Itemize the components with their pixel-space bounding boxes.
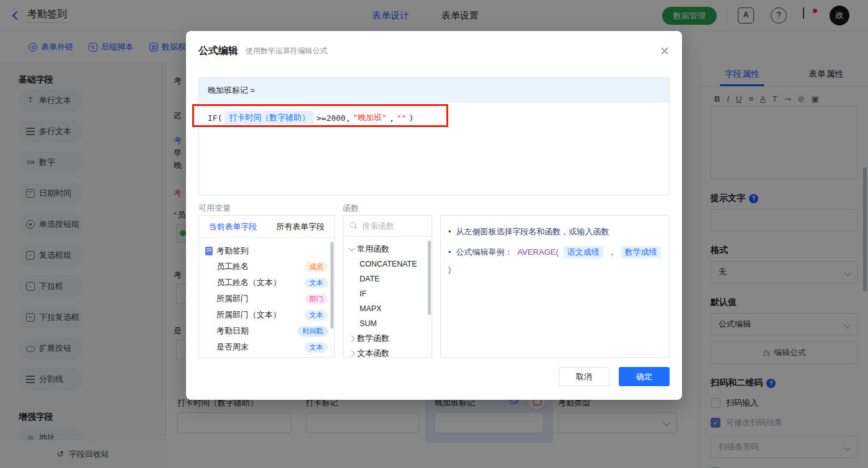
variables-tabs: 当前表单字段 所有表单字段 — [199, 216, 334, 238]
variables-panel: 当前表单字段 所有表单字段 考勤签到 员工姓名 成员 员工姓名（文本） 文本 所… — [198, 215, 335, 358]
functions-tree: 常用函数 CONCATENATE DATE IF MAPX SUM 数学函数 文… — [343, 237, 432, 358]
functions-label: 函数 — [343, 203, 359, 214]
type-badge: 成员 — [304, 262, 328, 272]
functions-panel: 搜索函数 常用函数 CONCATENATE DATE IF MAPX SUM 数… — [343, 215, 432, 358]
formula-input[interactable]: IF( 打卡时间（数字辅助） >=2000,"晚加班","") — [199, 103, 669, 133]
formula-comma: , — [389, 113, 394, 123]
app: 考勤签到 表单设计 表单设置 数据管理 A ? 政 ⊘ 表单外链 ↯ 后端脚本 … — [0, 0, 868, 468]
variables-tree: 考勤签到 员工姓名 成员 员工姓名（文本） 文本 所属部门 部门 所属部门（文本… — [199, 238, 334, 358]
example-field-chip: 数学成绩 — [621, 246, 661, 258]
formula-editor-modal: 公式编辑 使用数学运算符编辑公式 ✕ 晚加班标记 = IF( 打卡时间（数字辅助… — [186, 31, 682, 400]
search-icon — [350, 222, 358, 230]
variable-row[interactable]: 员工姓名 成员 — [205, 258, 328, 275]
function-group-text[interactable]: 文本函数 — [350, 346, 425, 358]
type-badge: 部门 — [304, 294, 328, 304]
type-badge: 文本 — [304, 278, 328, 288]
tab-current-form-fields[interactable]: 当前表单字段 — [199, 216, 267, 237]
formula-string-false: "" — [397, 113, 407, 123]
tree-root-form[interactable]: 考勤签到 — [205, 243, 328, 258]
help-line-2: • 公式编辑举例： AVERAGE( 语文成绩 ， 数学成绩 ) — [448, 246, 664, 276]
formula-condition: >=2000, — [316, 113, 350, 123]
variable-row[interactable]: 员工姓名（文本） 文本 — [205, 275, 328, 291]
close-icon[interactable]: ✕ — [660, 45, 670, 57]
help-line-1: • 从左侧面板选择字段名和函数，或输入函数 — [448, 226, 664, 238]
help-panel: • 从左侧面板选择字段名和函数，或输入函数 • 公式编辑举例： AVERAGE(… — [440, 215, 670, 358]
formula-field-token[interactable]: 打卡时间（数字辅助） — [224, 111, 314, 125]
search-placeholder: 搜索函数 — [362, 221, 394, 232]
function-item[interactable]: DATE — [350, 272, 425, 286]
function-item[interactable]: SUM — [350, 316, 425, 331]
variable-row[interactable]: 考勤日期 时间戳 — [205, 323, 328, 339]
scrollbar-thumb[interactable] — [330, 242, 334, 329]
formula-string-true: "晚加班" — [353, 112, 387, 123]
function-group-math[interactable]: 数学函数 — [350, 331, 425, 346]
variable-row[interactable]: 所属部门 部门 — [205, 291, 328, 307]
function-item[interactable]: IF — [350, 286, 425, 301]
function-item[interactable]: MAPX — [350, 301, 425, 316]
variables-label: 可用变量 — [198, 203, 231, 214]
modal-header: 公式编辑 使用数学运算符编辑公式 ✕ — [186, 31, 682, 58]
variable-row[interactable]: 是否周末 文本 — [205, 339, 328, 355]
example-field-chip: 语文成绩 — [564, 246, 603, 258]
confirm-button[interactable]: 确定 — [619, 367, 670, 386]
chevron-right-icon — [349, 335, 355, 342]
formula-close: ) — [409, 113, 414, 123]
chevron-right-icon — [349, 350, 355, 356]
form-icon — [205, 247, 213, 255]
function-item[interactable]: CONCATENATE — [350, 257, 425, 272]
modal-title: 公式编辑 — [198, 45, 238, 58]
chevron-down-icon — [349, 245, 355, 252]
modal-footer: 取消 确定 — [559, 367, 670, 386]
formula-fn: IF( — [208, 113, 222, 123]
cancel-button[interactable]: 取消 — [559, 367, 609, 386]
modal-subtitle: 使用数学运算符编辑公式 — [246, 46, 327, 56]
formula-editor: 晚加班标记 = IF( 打卡时间（数字辅助） >=2000,"晚加班","") — [198, 77, 670, 195]
scrollbar-thumb[interactable] — [428, 241, 431, 315]
type-badge: 文本 — [304, 342, 328, 353]
example-close: ) — [448, 263, 451, 276]
example-fn: AVERAGE( — [518, 246, 559, 258]
tab-all-form-fields[interactable]: 所有表单字段 — [267, 216, 334, 237]
type-badge: 文本 — [304, 310, 328, 320]
type-badge: 时间戳 — [298, 326, 328, 337]
formula-target: 晚加班标记 = — [199, 78, 669, 103]
function-search[interactable]: 搜索函数 — [343, 216, 432, 237]
variable-row[interactable]: 所属部门（文本） 文本 — [205, 307, 328, 323]
function-group-common[interactable]: 常用函数 — [350, 242, 425, 257]
